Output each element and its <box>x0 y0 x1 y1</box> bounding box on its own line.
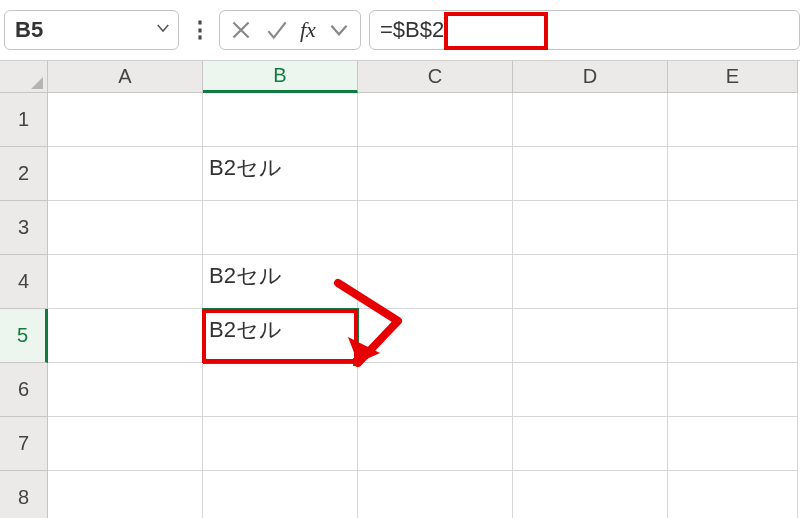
cell[interactable] <box>668 417 798 471</box>
cell[interactable] <box>48 417 203 471</box>
row-header[interactable]: 3 <box>0 201 48 255</box>
col-header[interactable]: D <box>513 61 668 93</box>
column-headers: A B C D E <box>0 61 800 93</box>
row-header[interactable]: 2 <box>0 147 48 201</box>
cell-selected[interactable]: B2セル <box>203 309 358 363</box>
cell[interactable] <box>358 417 513 471</box>
row-header[interactable]: 1 <box>0 93 48 147</box>
col-header[interactable]: C <box>358 61 513 93</box>
cell[interactable] <box>668 201 798 255</box>
table-row: 1 <box>0 93 800 147</box>
table-row: 6 <box>0 363 800 417</box>
cell[interactable] <box>48 93 203 147</box>
cell[interactable] <box>513 93 668 147</box>
cancel-icon[interactable] <box>228 17 254 43</box>
formula-text: =$B$2 <box>380 17 444 43</box>
formula-input[interactable]: =$B$2 <box>369 10 800 50</box>
col-header[interactable]: B <box>203 61 358 93</box>
cell[interactable] <box>513 255 668 309</box>
formula-bar: B5 ⋮ fx =$B$2 <box>0 0 800 60</box>
table-row: 2 B2セル <box>0 147 800 201</box>
divider-icon: ⋮ <box>187 17 211 43</box>
cell[interactable] <box>203 471 358 518</box>
cell[interactable] <box>513 201 668 255</box>
cell[interactable] <box>48 309 203 363</box>
cell[interactable] <box>668 471 798 518</box>
name-box-value: B5 <box>15 17 154 43</box>
cell[interactable] <box>513 147 668 201</box>
cell[interactable] <box>358 309 513 363</box>
row-header[interactable]: 7 <box>0 417 48 471</box>
fx-icon[interactable]: fx <box>300 17 316 43</box>
cell[interactable]: B2セル <box>203 147 358 201</box>
cell[interactable] <box>203 93 358 147</box>
cell[interactable] <box>203 201 358 255</box>
cell[interactable] <box>513 471 668 518</box>
chevron-down-icon <box>154 17 172 43</box>
cell[interactable] <box>513 417 668 471</box>
table-row: 3 <box>0 201 800 255</box>
cell[interactable] <box>358 471 513 518</box>
col-header[interactable]: A <box>48 61 203 93</box>
select-all-cell[interactable] <box>0 61 48 93</box>
row-header[interactable]: 4 <box>0 255 48 309</box>
cell[interactable] <box>203 363 358 417</box>
cell[interactable] <box>48 147 203 201</box>
row-header[interactable]: 6 <box>0 363 48 417</box>
table-row: 4 B2セル <box>0 255 800 309</box>
cell[interactable]: B2セル <box>203 255 358 309</box>
cell[interactable] <box>48 363 203 417</box>
cell[interactable] <box>668 363 798 417</box>
cell[interactable] <box>668 147 798 201</box>
row-header[interactable]: 5 <box>0 309 48 363</box>
cell[interactable] <box>358 363 513 417</box>
col-header[interactable]: E <box>668 61 798 93</box>
cell[interactable] <box>48 255 203 309</box>
table-row: 5 B2セル <box>0 309 800 363</box>
cell[interactable] <box>203 417 358 471</box>
cell[interactable] <box>513 363 668 417</box>
table-row: 8 <box>0 471 800 518</box>
cell[interactable] <box>358 255 513 309</box>
cell[interactable] <box>358 201 513 255</box>
cell[interactable] <box>358 147 513 201</box>
cell[interactable] <box>48 471 203 518</box>
cell[interactable] <box>668 255 798 309</box>
cell[interactable] <box>513 309 668 363</box>
cell[interactable] <box>358 93 513 147</box>
row-header[interactable]: 8 <box>0 471 48 518</box>
enter-icon[interactable] <box>264 17 290 43</box>
cell[interactable] <box>668 309 798 363</box>
formula-buttons: fx <box>219 10 361 50</box>
spreadsheet-grid: A B C D E 1 2 B2セル 3 4 B2セル <box>0 60 800 518</box>
table-row: 7 <box>0 417 800 471</box>
name-box[interactable]: B5 <box>4 10 179 50</box>
cell[interactable] <box>48 201 203 255</box>
cell[interactable] <box>668 93 798 147</box>
chevron-down-icon[interactable] <box>326 17 352 43</box>
